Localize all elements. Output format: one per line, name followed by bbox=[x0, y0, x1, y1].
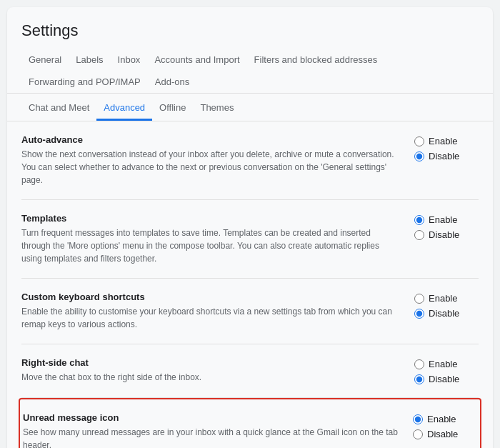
right-side-chat-desc: Move the chat box to the right side of t… bbox=[21, 371, 400, 384]
setting-keyboard-shortcuts: Custom keyboard shortcuts Enable the abi… bbox=[21, 279, 479, 344]
auto-advance-title: Auto-advance bbox=[21, 134, 400, 145]
setting-auto-advance: Auto-advance Show the next conversation … bbox=[21, 121, 479, 200]
right-side-chat-disable-label[interactable]: Disable bbox=[414, 374, 479, 384]
keyboard-shortcuts-enable-label[interactable]: Enable bbox=[414, 293, 479, 304]
templates-controls: Enable Disable bbox=[414, 213, 479, 240]
second-nav: Chat and Meet Advanced Offline Themes bbox=[7, 96, 493, 121]
templates-desc: Turn frequent messages into templates to… bbox=[21, 227, 400, 265]
page-title: Settings bbox=[7, 21, 493, 49]
tab-general[interactable]: General bbox=[21, 49, 69, 71]
keyboard-shortcuts-title: Custom keyboard shortcuts bbox=[21, 292, 400, 302]
unread-icon-title: Unread message icon bbox=[23, 412, 399, 423]
tab-labels[interactable]: Labels bbox=[69, 49, 110, 71]
right-side-chat-title: Right-side chat bbox=[21, 357, 400, 368]
unread-icon-enable-label[interactable]: Enable bbox=[413, 414, 477, 424]
auto-advance-disable-radio[interactable] bbox=[414, 151, 424, 161]
tab-chat-meet[interactable]: Chat and Meet bbox=[21, 96, 96, 121]
tab-inbox[interactable]: Inbox bbox=[111, 49, 148, 71]
keyboard-shortcuts-disable-label[interactable]: Disable bbox=[414, 308, 479, 319]
right-side-chat-disable-radio[interactable] bbox=[414, 374, 424, 384]
templates-title: Templates bbox=[21, 213, 400, 224]
tab-filters[interactable]: Filters and blocked addresses bbox=[247, 49, 385, 71]
unread-icon-disable-label[interactable]: Disable bbox=[413, 429, 477, 439]
tab-themes[interactable]: Themes bbox=[193, 96, 241, 121]
templates-disable-radio[interactable] bbox=[414, 230, 424, 240]
auto-advance-disable-label[interactable]: Disable bbox=[414, 151, 479, 161]
templates-enable-radio[interactable] bbox=[414, 215, 424, 225]
keyboard-shortcuts-desc: Enable the ability to customise your key… bbox=[21, 305, 400, 331]
top-nav: General Labels Inbox Accounts and Import… bbox=[7, 49, 493, 94]
templates-disable-label[interactable]: Disable bbox=[414, 229, 479, 240]
keyboard-shortcuts-disable-radio[interactable] bbox=[414, 309, 424, 319]
settings-container: Settings General Labels Inbox Accounts a… bbox=[7, 7, 493, 448]
tab-advanced[interactable]: Advanced bbox=[96, 96, 152, 121]
right-side-chat-enable-label[interactable]: Enable bbox=[414, 359, 479, 369]
auto-advance-desc: Show the next conversation instead of yo… bbox=[21, 148, 400, 186]
keyboard-shortcuts-enable-radio[interactable] bbox=[414, 294, 424, 304]
setting-templates: Templates Turn frequent messages into te… bbox=[21, 200, 479, 279]
setting-right-side-chat: Right-side chat Move the chat box to the… bbox=[21, 344, 479, 398]
setting-unread-icon: Unread message icon See how many unread … bbox=[19, 398, 481, 448]
tab-addons[interactable]: Add-ons bbox=[148, 71, 196, 93]
tab-accounts-import[interactable]: Accounts and Import bbox=[147, 49, 246, 71]
unread-icon-controls: Enable Disable bbox=[413, 412, 477, 439]
keyboard-shortcuts-controls: Enable Disable bbox=[414, 292, 479, 319]
tab-forwarding[interactable]: Forwarding and POP/IMAP bbox=[21, 71, 148, 93]
auto-advance-enable-radio[interactable] bbox=[414, 136, 424, 146]
content-area: Auto-advance Show the next conversation … bbox=[7, 121, 493, 448]
auto-advance-controls: Enable Disable bbox=[414, 134, 479, 161]
unread-icon-enable-radio[interactable] bbox=[413, 414, 423, 424]
auto-advance-enable-label[interactable]: Enable bbox=[414, 136, 479, 146]
templates-enable-label[interactable]: Enable bbox=[414, 214, 479, 225]
unread-icon-desc: See how many unread messages are in your… bbox=[23, 426, 399, 448]
tab-offline[interactable]: Offline bbox=[152, 96, 193, 121]
unread-icon-disable-radio[interactable] bbox=[413, 429, 423, 439]
right-side-chat-enable-radio[interactable] bbox=[414, 359, 424, 369]
right-side-chat-controls: Enable Disable bbox=[414, 357, 479, 384]
